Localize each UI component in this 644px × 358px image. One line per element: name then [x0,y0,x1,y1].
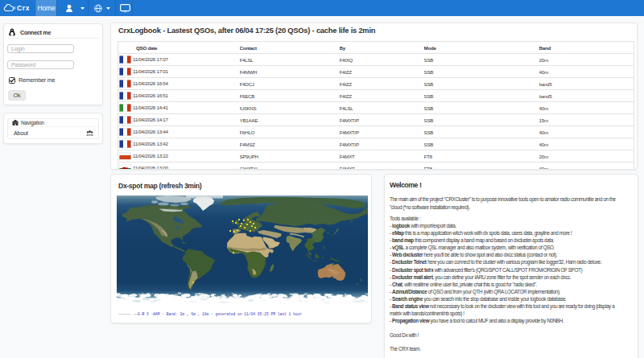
svg-text:C R X -HAM - Band: 2m , 6m ,: C R X -HAM - Band: 2m , 6m , 10m - gener… [138,312,302,316]
